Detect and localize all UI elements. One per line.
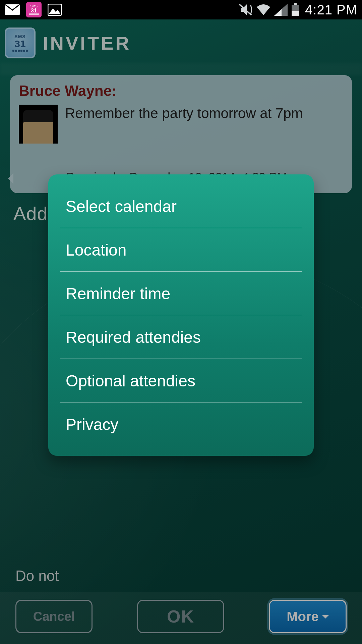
- more-options-menu: Select calendar Location Reminder time R…: [48, 174, 314, 456]
- menu-item-select-calendar[interactable]: Select calendar: [48, 184, 314, 228]
- cell-signal-icon: [274, 4, 288, 16]
- menu-item-required-attendees[interactable]: Required attendies: [48, 315, 314, 359]
- svg-rect-3: [294, 3, 297, 5]
- mail-icon: [5, 4, 20, 15]
- menu-item-location[interactable]: Location: [48, 228, 314, 271]
- silent-vibrate-icon: [237, 3, 253, 16]
- menu-item-privacy[interactable]: Privacy: [48, 402, 314, 446]
- status-clock: 4:21 PM: [305, 2, 357, 17]
- image-icon: [48, 4, 62, 16]
- menu-item-reminder-time[interactable]: Reminder time: [48, 272, 314, 315]
- sms-calendar-badge-icon: SMS31: [26, 2, 42, 17]
- battery-icon: [291, 3, 300, 16]
- svg-rect-5: [292, 11, 299, 16]
- menu-item-optional-attendees[interactable]: Optional attendies: [48, 359, 314, 402]
- status-bar: SMS31 4:21 PM: [0, 0, 362, 19]
- wifi-icon: [256, 4, 271, 16]
